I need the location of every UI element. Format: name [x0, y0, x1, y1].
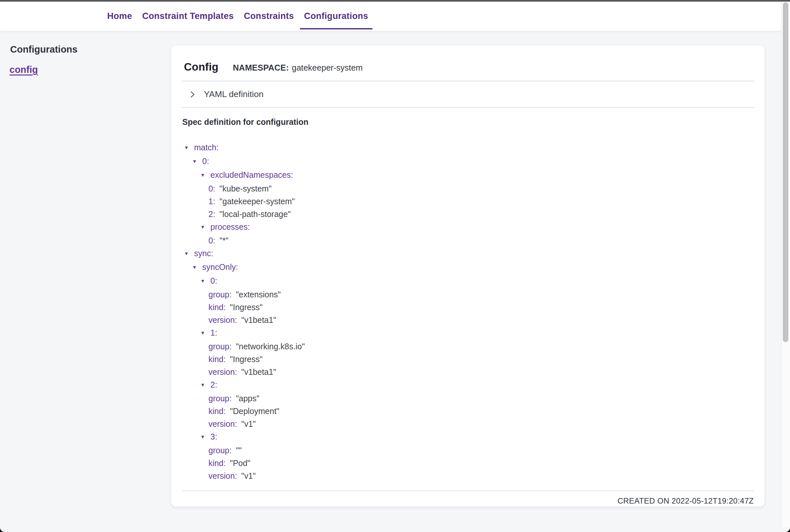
tree-leaf-row: kind:"Ingress": [171, 301, 765, 314]
tree-leaf-value: "v1beta1": [242, 315, 276, 324]
tree-leaf-key: kind:: [209, 303, 226, 312]
nav-tab-constraints[interactable]: Constraints: [244, 2, 294, 31]
tree-leaf-row: version:"v1beta1": [171, 366, 765, 378]
tree-leaf-row: group:"extensions": [171, 288, 765, 301]
window-top-edge: [0, 0, 790, 2]
tree-leaf-row: 0:"*": [171, 234, 765, 247]
caret-down-icon[interactable]: ▼: [184, 141, 194, 154]
tree-leaf-key: version:: [209, 471, 237, 480]
tree-leaf-row: kind:"Ingress": [171, 353, 765, 366]
caret-down-icon[interactable]: ▼: [200, 326, 210, 339]
tree-leaf-row: kind:"Pod": [171, 457, 765, 470]
tree-leaf-row: version:"v1": [171, 470, 765, 482]
card-title: Config: [184, 61, 218, 73]
tree-node-row: ▼syncOnly:: [171, 261, 765, 274]
tree-leaf-value: "Deployment": [230, 406, 280, 416]
tree-leaf-key: group:: [209, 290, 232, 299]
tree-leaf-value: "Ingress": [230, 355, 263, 364]
tree-leaf-value: "Pod": [230, 458, 250, 468]
tree-leaf-row: 2:"local-path-storage": [171, 208, 765, 221]
tree-node-key[interactable]: syncOnly:: [202, 262, 238, 271]
caret-down-icon[interactable]: ▼: [192, 261, 202, 273]
tree-leaf-row: 1:"gatekeeper-system": [171, 195, 765, 208]
tree-leaf-key: group:: [209, 446, 232, 455]
scrollbar-track[interactable]: [781, 2, 790, 528]
tree-leaf-key: version:: [209, 419, 237, 429]
tree-leaf-row: group:"": [171, 444, 765, 457]
tree-leaf-value: "networking.k8s.io": [236, 342, 305, 351]
caret-down-icon[interactable]: ▼: [192, 155, 202, 168]
tree-leaf-row: group:"networking.k8s.io": [171, 340, 765, 353]
tree-node-key[interactable]: match:: [194, 143, 218, 152]
tree-node-row: ▼0:: [171, 274, 765, 288]
tree-node-key[interactable]: 0:: [202, 156, 209, 166]
scrollbar-thumb[interactable]: [783, 2, 788, 342]
tree-leaf-row: group:"apps": [171, 392, 765, 405]
caret-down-icon[interactable]: ▼: [200, 169, 210, 182]
caret-down-icon[interactable]: ▼: [200, 378, 210, 391]
tree-leaf-value: "Ingress": [230, 303, 263, 312]
nav-tab-constraint-templates[interactable]: Constraint Templates: [142, 2, 234, 31]
tree-leaf-key: 0:: [209, 184, 215, 193]
tree-node-key[interactable]: 0:: [210, 276, 217, 285]
tree-leaf-value: "v1": [242, 419, 256, 429]
tree-node-row: ▼3:: [171, 430, 765, 444]
tree-node-row: ▼processes:: [171, 221, 765, 234]
card-header: Config NAMESPACE:gatekeeper-system: [171, 45, 765, 81]
nav-tab-configurations[interactable]: Configurations: [304, 2, 368, 31]
tree-node-row: ▼0:: [171, 155, 765, 169]
tree-node-key[interactable]: 2:: [210, 380, 217, 389]
tree-leaf-key: kind:: [209, 406, 226, 416]
nav-tab-home[interactable]: Home: [107, 2, 132, 31]
tree-leaf-value: "v1beta1": [242, 367, 276, 377]
namespace-label: NAMESPACE:: [233, 63, 289, 72]
caret-down-icon[interactable]: ▼: [184, 247, 194, 260]
divider: [182, 107, 754, 108]
tree-node-row: ▼1:: [171, 326, 765, 340]
tree-node-key[interactable]: 3:: [210, 432, 217, 441]
caret-down-icon[interactable]: ▼: [200, 430, 210, 443]
namespace: NAMESPACE:gatekeeper-system: [233, 63, 363, 73]
app-window: Home Constraint Templates Constraints Co…: [0, 0, 790, 532]
spec-tree: ▼match:▼0:▼excludedNamespaces:0:"kube-sy…: [171, 141, 765, 482]
tree-node-row: ▼excludedNamespaces:: [171, 169, 765, 182]
namespace-value: gatekeeper-system: [292, 63, 363, 72]
tree-leaf-key: 1:: [209, 197, 215, 206]
tree-node-row: ▼match:: [171, 141, 765, 155]
tree-leaf-key: version:: [209, 315, 237, 324]
tree-leaf-value: "extensions": [236, 290, 281, 299]
tree-node-key[interactable]: 1:: [210, 328, 217, 337]
tree-leaf-value: "apps": [236, 394, 259, 403]
spec-heading: Spec definition for configuration: [182, 116, 765, 129]
tree-leaf-row: kind:"Deployment": [171, 405, 765, 418]
tree-node-row: ▼2:: [171, 378, 765, 392]
tree-leaf-key: version:: [209, 367, 237, 377]
created-on: CREATED ON 2022-05-12T19:20:47Z: [171, 491, 765, 506]
tree-node-key[interactable]: processes:: [210, 222, 250, 231]
tree-leaf-value: "kube-system": [219, 184, 271, 193]
tree-leaf-row: 0:"kube-system": [171, 182, 765, 195]
tree-leaf-value: "v1": [242, 471, 256, 480]
chevron-right-icon: [188, 90, 197, 99]
tree-leaf-key: kind:: [209, 458, 226, 468]
tree-leaf-key: 0:: [209, 236, 215, 245]
yaml-definition-label: YAML definition: [204, 89, 264, 99]
tree-leaf-value: "gatekeeper-system": [219, 197, 295, 206]
top-nav: Home Constraint Templates Constraints Co…: [0, 2, 790, 31]
caret-down-icon[interactable]: ▼: [200, 274, 210, 287]
tree-leaf-row: version:"v1": [171, 418, 765, 430]
yaml-definition-toggle[interactable]: YAML definition: [171, 81, 765, 107]
tree-leaf-value: "*": [219, 236, 228, 245]
sidebar-title: Configurations: [10, 44, 77, 55]
config-card: Config NAMESPACE:gatekeeper-system YAML …: [171, 45, 765, 507]
tree-leaf-value: "": [236, 446, 242, 455]
tree-leaf-value: "local-path-storage": [219, 209, 291, 218]
sidebar-link-config[interactable]: config: [9, 64, 38, 75]
tree-leaf-key: 2:: [209, 209, 215, 218]
tree-node-key[interactable]: excludedNamespaces:: [210, 170, 293, 179]
tree-leaf-key: group:: [209, 394, 232, 403]
tree-leaf-key: group:: [209, 342, 232, 351]
caret-down-icon[interactable]: ▼: [200, 221, 210, 233]
tree-leaf-row: version:"v1beta1": [171, 314, 765, 326]
tree-node-key[interactable]: sync:: [194, 249, 213, 258]
